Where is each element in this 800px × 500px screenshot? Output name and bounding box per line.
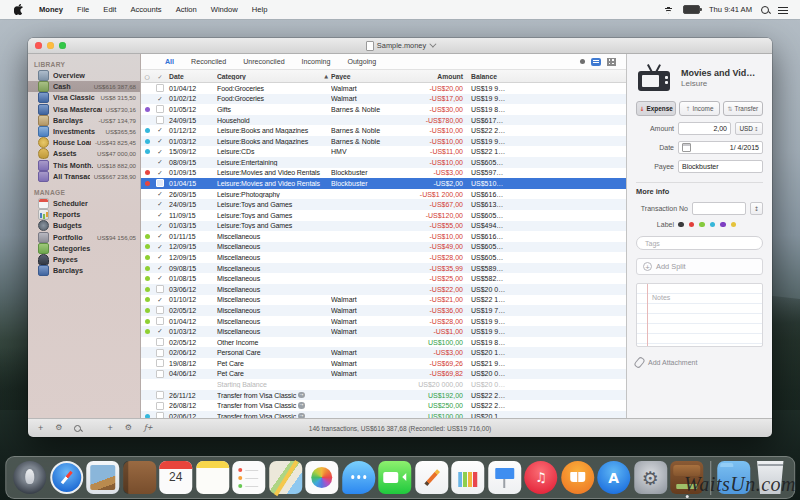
action-fx-button[interactable]: ƒ+ [144,424,153,432]
notes-field[interactable]: Notes [636,283,763,347]
transaction-row[interactable]: 24/09/15Household-US$780,00US$617… [141,115,626,126]
reconciled-cell[interactable] [153,370,167,378]
list-gear-button[interactable]: ⚙ [125,424,132,432]
transaction-row[interactable]: ✓12/09/15Miscellaneous-US$49,00US$605… [141,242,626,253]
battery-icon[interactable] [683,5,700,14]
transaction-row[interactable]: ✓11/09/15Leisure:Toys and Games-US$120,0… [141,210,626,221]
transaction-row[interactable]: 26/08/12Transfer from Visa Classic→US$25… [141,400,626,411]
reconciled-cell[interactable]: ✓ [153,138,167,145]
dock-numbers-icon[interactable] [451,461,484,494]
date-column-header[interactable]: Date [167,73,217,80]
transaction-row[interactable]: 01/05/12GiftsBarnes & Noble-US$30,00US$1… [141,104,626,115]
sidebar-item-payees[interactable]: Payees [28,254,140,265]
reconciled-cell[interactable] [153,391,167,399]
transaction-row[interactable]: 19/08/12Pet CareWalmart-US$69,26US$21 9… [141,358,626,369]
tags-input[interactable]: Tags [636,236,763,250]
label-color-dot[interactable] [710,222,716,228]
transaction-row[interactable]: ✓01/09/15Leisure:Movies and Video Rental… [141,168,626,179]
sidebar-item-categories[interactable]: Categories [28,243,140,254]
list-view-icon[interactable] [591,58,601,66]
transaction-row[interactable]: 02/05/12Other IncomeUS$100,00US$19 8… [141,337,626,348]
transaction-row[interactable]: ✓01/03/15Leisure:Toys and Games-US$55,00… [141,221,626,232]
dock-itunes-icon[interactable]: ♫ [524,461,557,494]
search-button[interactable] [74,425,81,432]
date-field[interactable]: 1/ 4/2015 [678,141,763,154]
menu-clock[interactable]: Thu 9:41 AM [709,5,752,14]
spotlight-icon[interactable] [761,6,769,14]
transaction-row[interactable]: ✓08/09/15Leisure:Entertaining-US$10,00US… [141,157,626,168]
income-button[interactable]: ↑ Income [679,101,719,116]
reconciled-cell[interactable]: ✓ [153,233,167,240]
transfer-icon[interactable]: → [298,402,305,409]
add-split-button[interactable]: + Add Split [636,258,763,275]
label-color-dot[interactable] [689,222,695,228]
transaction-row[interactable]: ✓15/09/12Leisure:CDsHMV-US$11,00US$22 1… [141,146,626,157]
expense-button[interactable]: ↓ Expense [636,101,676,116]
sidebar-item-budgets[interactable]: Budgets [28,220,140,231]
dock-app-store-icon[interactable]: A [597,461,630,494]
dock-ibooks-icon[interactable] [561,461,594,494]
reconciled-cell[interactable] [153,116,167,124]
menu-item-help[interactable]: Help [245,5,275,14]
dock-launchpad-icon[interactable] [13,461,46,494]
reconciled-cell[interactable]: ✓ [153,265,167,272]
transaction-row[interactable]: 04/06/12Pet CareWalmart-US$69,82US$20 0… [141,369,626,380]
reconciled-cell[interactable] [153,105,167,113]
menu-item-window[interactable]: Window [204,5,245,14]
reconciled-cell[interactable]: ✓ [153,127,167,134]
transaction-row[interactable]: ✓01/08/15Miscellaneous-US$25,00US$582… [141,273,626,284]
transaction-row[interactable]: Starting BalanceUS$20 000,00US$20 0… [141,379,626,390]
sidebar-item-portfolio[interactable]: PortfolioUS$94 156,05 [28,231,140,242]
payee-column-header[interactable]: Payee [331,73,411,80]
transaction-row[interactable]: 02/06/12Transfer from Visa Classic→US$10… [141,411,626,418]
label-color-dot[interactable] [678,222,684,228]
transaction-no-stepper[interactable]: ↕ [750,202,763,215]
currency-select[interactable]: USD↕ [735,122,763,135]
check-column-header[interactable]: ✓ [153,73,167,80]
label-color-dot[interactable] [720,222,726,228]
notification-center-icon[interactable] [778,6,788,14]
reconciled-cell[interactable] [153,359,167,367]
sidebar-item-scheduler[interactable]: Scheduler [28,198,140,209]
transaction-no-field[interactable] [692,202,746,215]
transaction-row[interactable]: 26/11/12Transfer from Visa Classic→US$19… [141,390,626,401]
dock-safari-icon[interactable] [50,461,83,494]
dock-facetime-icon[interactable] [378,461,411,494]
dock-preview-icon[interactable] [86,461,119,494]
reconciled-cell[interactable]: ✓ [153,191,167,198]
reconciled-cell[interactable]: ✓ [153,212,167,219]
transaction-row[interactable]: ✓24/09/15Leisure:Toys and Games-US$67,00… [141,199,626,210]
transaction-row[interactable]: 01/04/12MiscellaneousWalmart-US$28,00US$… [141,316,626,327]
sidebar-item-assets[interactable]: AssetsUS$47 000,00 [28,148,140,159]
title-bar[interactable]: Sample.money [28,38,772,54]
reconciled-cell[interactable]: ✓ [153,297,167,304]
grid-view-icon[interactable] [607,58,616,66]
reconciled-cell[interactable]: ✓ [153,201,167,208]
transaction-row[interactable]: ✓01/11/15Miscellaneous-US$10,00US$616… [141,231,626,242]
sidebar-item-investments[interactable]: InvestmentsUS$365,56 [28,126,140,137]
transaction-row[interactable]: 01/04/12Food:GroceriesWalmart-US$20,00US… [141,83,626,94]
reconciled-cell[interactable]: ✓ [153,149,167,156]
transaction-row[interactable]: ✓01/10/12MiscellaneousWalmart-US$21,00US… [141,295,626,306]
reconciled-cell[interactable]: ✓ [153,223,167,230]
transaction-row[interactable]: ✓01/03/12Leisure:Books and MagazinesBarn… [141,136,626,147]
transaction-row[interactable]: ✓12/09/15Miscellaneous-US$28,00US$605… [141,252,626,263]
add-account-button[interactable]: + [38,424,43,433]
apple-menu-icon[interactable] [14,4,23,15]
transaction-row[interactable]: 02/06/12Personal CareWalmart-US$3,00US$2… [141,347,626,358]
wifi-icon[interactable] [663,6,674,14]
title-chevron-icon[interactable] [430,41,437,48]
reconciled-cell[interactable]: ✓ [153,96,167,103]
tab-outgoing[interactable]: Outgoing [347,58,376,66]
dock-photos-icon[interactable] [305,461,338,494]
menu-item-accounts[interactable]: Accounts [123,5,168,14]
label-color-dot[interactable] [731,222,737,228]
status-column-header[interactable]: ○ [141,73,153,80]
add-transaction-button[interactable]: + [107,424,112,433]
dock-messages-icon[interactable] [342,461,375,494]
transaction-row[interactable]: 02/05/12MiscellaneousWalmart-US$36,00US$… [141,305,626,316]
reconciled-cell[interactable]: ✓ [153,254,167,261]
sidebar-item-visa-mastercard[interactable]: Visa MastercardUS$730,16 [28,104,140,115]
reconciled-cell[interactable] [153,285,167,293]
record-view-icon[interactable] [580,59,585,64]
